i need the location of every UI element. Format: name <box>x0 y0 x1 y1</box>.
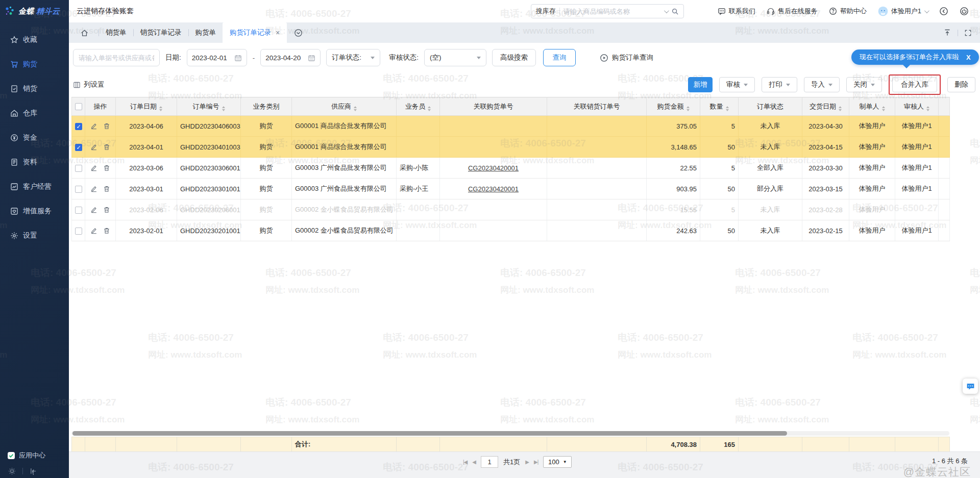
column-header-supplier[interactable]: 供应商 <box>292 97 397 116</box>
edit-icon[interactable] <box>90 143 97 150</box>
delete-icon[interactable] <box>103 206 110 213</box>
column-header-purchase_link[interactable]: 关联购货单号 <box>440 97 547 116</box>
column-header-auditor[interactable]: 审核人 <box>895 97 939 116</box>
sidebar-item-warehouse[interactable]: 仓库 <box>0 101 69 125</box>
app-center-button[interactable]: 应用中心 <box>0 451 69 460</box>
tab-purchase-order[interactable]: 购货单 <box>195 28 216 37</box>
date-to-picker[interactable]: 2023-04-20 <box>260 49 321 66</box>
edit-icon[interactable] <box>90 122 97 130</box>
tab-purchase-order-records[interactable]: 购货订单记录 × <box>223 22 287 43</box>
sidebar-item-settings[interactable]: 设置 <box>0 223 69 248</box>
edit-icon[interactable] <box>90 164 97 171</box>
column-header-delivery[interactable]: 交货日期 <box>802 97 849 116</box>
add-button[interactable]: 新增 <box>688 77 713 92</box>
header-checkbox[interactable] <box>72 97 85 116</box>
home-tab-icon[interactable] <box>80 29 89 37</box>
search-icon[interactable] <box>671 8 679 15</box>
sort-icon[interactable] <box>926 106 929 111</box>
sort-icon[interactable] <box>882 106 885 111</box>
edit-icon[interactable] <box>90 206 97 213</box>
row-checkbox[interactable] <box>75 186 82 193</box>
close-button[interactable]: 关闭 <box>846 77 882 92</box>
sort-icon[interactable] <box>222 106 225 111</box>
print-button[interactable]: 打印 <box>762 77 797 92</box>
sort-icon[interactable] <box>159 106 162 111</box>
page-size-select[interactable]: 100 ▼ <box>543 456 572 468</box>
delete-button[interactable]: 删除 <box>947 77 975 92</box>
column-header-salesman[interactable]: 业务员 <box>397 97 440 116</box>
row-checkbox[interactable]: ✓ <box>75 144 82 151</box>
column-header-order_date[interactable]: 订单日期 <box>116 97 177 116</box>
delete-icon[interactable] <box>103 164 110 171</box>
row-checkbox[interactable] <box>75 165 82 172</box>
sidebar-item-favorites[interactable]: 收藏 <box>0 28 69 52</box>
scrollbar-thumb[interactable] <box>72 431 787 436</box>
merge-inbound-button[interactable]: 合并入库 <box>892 77 937 92</box>
delete-icon[interactable] <box>103 122 110 130</box>
contact-us-link[interactable]: 联系我们 <box>718 7 755 16</box>
next-page-icon[interactable]: ▶ <box>525 459 529 465</box>
keyword-input[interactable] <box>79 54 154 62</box>
after-sales-service-link[interactable]: 售后在线服务 <box>767 7 818 16</box>
sidebar-item-value-services[interactable]: 增值服务 <box>0 199 69 223</box>
select-all-checkbox[interactable] <box>75 103 82 110</box>
tab-sales-order[interactable]: 销货单 <box>106 28 127 37</box>
delete-icon[interactable] <box>103 185 110 192</box>
search-scope-label[interactable]: 搜库存 <box>536 7 556 16</box>
column-header-sales_link[interactable]: 关联销货订单号 <box>547 97 647 116</box>
horizontal-scrollbar[interactable] <box>71 431 949 436</box>
date-from-picker[interactable]: 2023-02-01 <box>187 49 247 66</box>
advanced-search-button[interactable]: 高级搜索 <box>492 49 536 66</box>
audit-status-select[interactable]: (空) <box>424 49 486 66</box>
column-header-biz_type[interactable]: 业务类别 <box>241 97 292 116</box>
sort-icon[interactable] <box>839 106 842 111</box>
sidebar-item-customer[interactable]: 客户经营 <box>0 174 69 199</box>
query-button[interactable]: 查询 <box>543 49 576 66</box>
logout-button[interactable] <box>960 7 969 16</box>
column-settings-button[interactable]: 列设置 <box>73 80 105 89</box>
sort-icon[interactable] <box>354 106 357 111</box>
sidebar-item-data[interactable]: 资料 <box>0 150 69 174</box>
keyword-filter[interactable] <box>73 49 160 66</box>
collapse-panel-icon[interactable] <box>943 29 951 37</box>
close-tab-icon[interactable]: × <box>276 29 280 37</box>
delete-icon[interactable] <box>103 143 110 150</box>
column-header-order_no[interactable]: 订单编号 <box>177 97 241 116</box>
column-header-qty[interactable]: 数量 <box>700 97 739 116</box>
help-center-link[interactable]: 帮助中心 <box>829 7 867 16</box>
theme-icon[interactable] <box>8 467 16 475</box>
first-page-icon[interactable]: |◀ <box>463 459 467 465</box>
column-header-status[interactable]: 订单状态 <box>739 97 802 116</box>
search-input[interactable] <box>564 8 660 15</box>
import-button[interactable]: 导入 <box>804 77 840 92</box>
row-checkbox[interactable]: ✓ <box>75 123 82 130</box>
purchase-order-link[interactable]: CG20230420001 <box>468 185 519 193</box>
sidebar-item-sales[interactable]: 销货 <box>0 77 69 101</box>
audit-button[interactable]: 审核 <box>719 77 755 92</box>
sort-icon[interactable] <box>428 106 431 111</box>
column-header-op[interactable]: 操作 <box>85 97 116 116</box>
sidebar-item-funds[interactable]: 资金 <box>0 125 69 150</box>
tab-list-icon[interactable] <box>294 29 303 37</box>
delete-icon[interactable] <box>103 227 110 234</box>
edit-icon[interactable] <box>90 227 97 234</box>
chat-float-button[interactable] <box>963 379 978 394</box>
column-header-creator[interactable]: 制单人 <box>849 97 895 116</box>
previous-page-icon[interactable]: ◀ <box>472 459 476 465</box>
row-checkbox[interactable] <box>75 228 82 235</box>
sort-icon[interactable] <box>726 106 729 111</box>
purchase-order-query-link[interactable]: 购货订单查询 <box>600 53 653 62</box>
user-menu[interactable]: 体验用户1 <box>878 6 928 16</box>
last-page-icon[interactable]: ▶| <box>534 459 538 465</box>
order-status-select[interactable]: 订单状态: <box>326 49 380 66</box>
page-number-input[interactable] <box>481 456 498 468</box>
sort-icon[interactable] <box>687 106 690 111</box>
column-header-amount[interactable]: 购货金额 <box>647 97 700 116</box>
inventory-search-box[interactable]: 搜库存 <box>531 4 684 18</box>
sidebar-item-purchase[interactable]: 购货 <box>0 52 69 77</box>
edit-icon[interactable] <box>90 185 97 192</box>
row-checkbox[interactable] <box>75 207 82 214</box>
fullscreen-icon[interactable] <box>964 29 972 37</box>
back-button[interactable] <box>939 7 948 16</box>
chevron-down-icon[interactable] <box>664 8 669 13</box>
